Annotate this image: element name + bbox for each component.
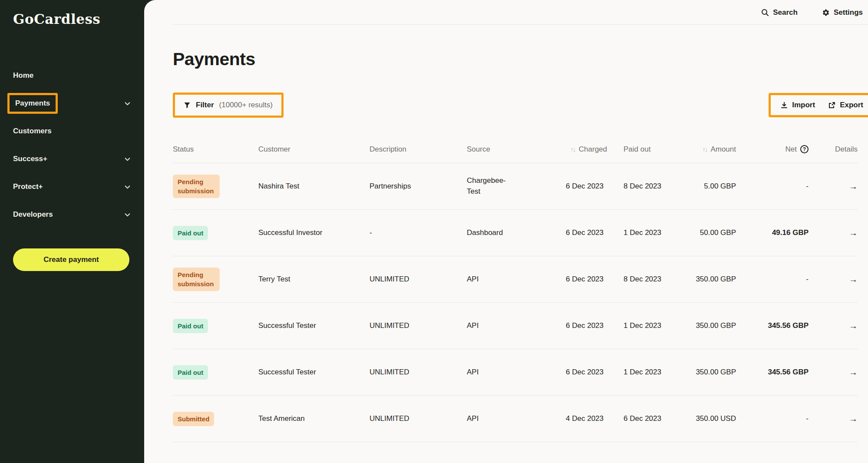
source-cell: API [467,274,540,285]
paid-out-cell: 1 Dec 2023 [607,228,662,238]
column-header-net: Net ? [736,145,809,154]
table-body: Pending submission Nashira Test Partners… [173,163,858,442]
sidebar-item-label: Home [13,71,33,80]
table-row[interactable]: Pending submission Nashira Test Partners… [173,163,858,210]
row-details-arrow[interactable]: → [809,274,858,284]
net-cell: 49.16 GBP [736,228,809,237]
charged-cell: 6 Dec 2023 [540,275,607,284]
chevron-down-icon [124,100,131,107]
table-header-row: Status Customer Description Source ↑↓ Ch… [173,136,858,163]
description-cell: - [370,228,467,237]
paid-out-cell: 1 Dec 2023 [607,367,662,378]
column-header-source: Source [467,145,540,154]
amount-cell: 350.00 GBP [662,275,736,284]
filter-results-count: (10000+ results) [219,101,273,109]
settings-label: Settings [834,8,863,17]
sidebar-item-label: Customers [13,127,52,136]
charged-cell: 6 Dec 2023 [540,228,607,237]
description-cell: Partnerships [370,182,467,191]
chevron-down-icon [124,155,131,163]
annotation-highlight-import-export: Import Export [769,93,868,117]
amount-cell: 350.00 GBP [662,368,736,377]
annotation-highlight-filter: Filter (10000+ results) [173,93,284,118]
column-header-customer: Customer [258,145,370,154]
column-header-description: Description [370,145,467,154]
import-button[interactable]: Import [780,101,815,109]
column-header-label: Charged [579,145,607,154]
customer-cell: Terry Test [258,275,370,284]
filter-label: Filter [196,101,214,109]
table-row[interactable]: Paid out Successful Tester UNLIMITED API… [173,349,858,396]
net-cell: - [736,182,809,191]
external-link-icon [828,101,836,109]
download-icon [780,101,788,109]
column-header-paid-out: Paid out [607,145,662,154]
chevron-down-icon [124,183,131,191]
settings-button[interactable]: Settings [822,8,863,17]
column-header-label: Amount [710,145,736,154]
table-row[interactable]: Submitted Test American UNLIMITED API 4 … [173,396,858,442]
create-payment-button[interactable]: Create payment [13,248,129,271]
amount-cell: 50.00 GBP [662,228,736,237]
amount-cell: 350.00 USD [662,414,736,423]
search-label: Search [773,8,798,17]
source-cell: Dashboard [467,228,540,238]
status-badge: Paid out [173,226,208,240]
customer-cell: Successful Tester [258,321,370,330]
source-cell: Chargebee-Test [467,175,540,197]
help-question-icon[interactable]: ? [800,145,809,153]
column-header-amount[interactable]: ↑↓ Amount [662,145,736,154]
source-cell: API [467,321,540,331]
row-details-arrow[interactable]: → [809,228,858,238]
description-cell: UNLIMITED [370,321,467,330]
charged-cell: 6 Dec 2023 [540,182,607,191]
import-label: Import [792,101,815,109]
customer-cell: Successful Tester [258,368,370,377]
column-header-label: Net [785,145,797,154]
charged-cell: 6 Dec 2023 [540,368,607,377]
status-cell: Paid out [173,365,258,380]
table-row[interactable]: Paid out Successful Investor - Dashboard… [173,210,858,256]
amount-cell: 350.00 GBP [662,321,736,330]
row-details-arrow[interactable]: → [809,182,858,192]
sort-icon[interactable]: ↑↓ [571,146,575,153]
filter-button[interactable]: Filter (10000+ results) [175,95,281,116]
export-label: Export [840,101,863,109]
sidebar-item-payments[interactable]: Payments [13,89,131,117]
export-button[interactable]: Export [828,101,863,109]
customer-cell: Successful Investor [258,228,370,237]
status-cell: Paid out [173,226,258,240]
table-row[interactable]: Pending submission Terry Test UNLIMITED … [173,256,858,303]
status-cell: Pending submission [173,175,258,198]
description-cell: UNLIMITED [370,414,467,423]
sidebar-item-home[interactable]: Home [13,62,131,89]
source-cell: API [467,367,540,378]
paid-out-cell: 8 Dec 2023 [607,274,662,285]
sidebar: GoCardless Home Payments Customers Succe… [0,0,144,463]
sidebar-item-developers[interactable]: Developers [13,201,131,228]
content-area: Payments Filter (10000+ results) Import [144,49,868,442]
status-badge: Pending submission [173,268,220,291]
toolbar: Filter (10000+ results) Import Export [173,92,858,118]
sidebar-nav: Home Payments Customers Success+ Protect… [13,62,131,228]
net-cell: 345.56 GBP [736,368,809,377]
row-details-arrow[interactable]: → [809,367,858,377]
search-icon [761,9,769,17]
gocardless-logo: GoCardless [13,11,131,27]
status-badge: Paid out [173,365,208,380]
search-button[interactable]: Search [761,8,798,17]
paid-out-cell: 1 Dec 2023 [607,321,662,331]
row-details-arrow[interactable]: → [809,414,858,424]
column-header-charged[interactable]: ↑↓ Charged [540,145,607,154]
sort-icon[interactable]: ↑↓ [702,146,707,153]
sidebar-item-label: Developers [13,210,53,219]
sidebar-item-protect-plus[interactable]: Protect+ [13,173,131,201]
status-cell: Paid out [173,319,258,333]
row-details-arrow[interactable]: → [809,321,858,331]
sidebar-item-success-plus[interactable]: Success+ [13,145,131,173]
sidebar-item-label: Payments [15,99,50,107]
sidebar-item-customers[interactable]: Customers [13,117,131,145]
customer-cell: Nashira Test [258,182,370,191]
customer-cell: Test American [258,414,370,423]
table-row[interactable]: Paid out Successful Tester UNLIMITED API… [173,303,858,349]
